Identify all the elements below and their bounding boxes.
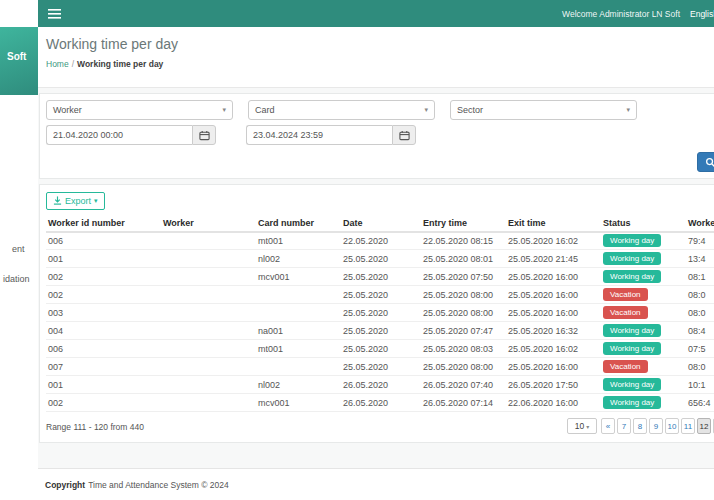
- table-row[interactable]: 006mt00122.05.202022.05.2020 08:1525.05.…: [46, 232, 714, 250]
- table-body: 006mt00122.05.202022.05.2020 08:1525.05.…: [46, 232, 714, 412]
- cell-entry-time: 25.05.2020 08:01: [421, 250, 506, 268]
- pagination-page-11[interactable]: 11: [681, 418, 695, 434]
- status-badge: Working day: [603, 396, 661, 409]
- worker-select-value: Worker: [53, 105, 82, 115]
- cell-worker-id: 002: [46, 268, 161, 286]
- cell-status: Working day: [601, 232, 686, 250]
- status-badge: Working day: [603, 342, 661, 355]
- cell-exit-time: 26.05.2020 17:50: [506, 376, 601, 394]
- column-header: Worked hours: [686, 215, 714, 232]
- cell-entry-time: 25.05.2020 08:00: [421, 358, 506, 376]
- cell-worked-hours: 08:0: [686, 304, 714, 322]
- cell-date: 26.05.2020: [341, 394, 421, 412]
- cell-worker: [161, 376, 256, 394]
- date-to-input[interactable]: [246, 125, 392, 145]
- worker-select[interactable]: Worker ▾: [46, 100, 233, 120]
- table-row[interactable]: 001nl00225.05.202025.05.2020 08:0125.05.…: [46, 250, 714, 268]
- table-row[interactable]: 00725.05.202025.05.2020 08:0025.05.2020 …: [46, 358, 714, 376]
- working-time-table: Worker id numberWorkerCard numberDateEnt…: [46, 215, 714, 413]
- breadcrumb-home-link[interactable]: Home: [46, 59, 69, 69]
- page-size-select[interactable]: 10 ▾: [567, 418, 597, 434]
- filter-dates-row: [46, 125, 714, 145]
- content-area: Worker ▾ Card ▾ Sector ▾: [38, 88, 714, 468]
- cell-date: 22.05.2020: [341, 232, 421, 250]
- cell-worked-hours: 07:5: [686, 340, 714, 358]
- sidebar: Soft entidation: [0, 0, 38, 500]
- table-row[interactable]: 002mcv00126.05.202026.05.2020 07:1422.06…: [46, 394, 714, 412]
- column-header: Date: [341, 215, 421, 232]
- copyright-text: Time and Attendance System © 2024: [88, 480, 229, 490]
- status-badge: Working day: [603, 234, 661, 247]
- cell-date: 25.05.2020: [341, 268, 421, 286]
- cell-date: 25.05.2020: [341, 304, 421, 322]
- sector-select[interactable]: Sector ▾: [450, 100, 637, 120]
- cell-entry-time: 25.05.2020 07:47: [421, 322, 506, 340]
- calendar-icon[interactable]: [192, 125, 216, 145]
- cell-worker: [161, 268, 256, 286]
- cell-worked-hours: 656:4: [686, 394, 714, 412]
- cell-status: Vacation: [601, 304, 686, 322]
- table-row[interactable]: 004na00125.05.202025.05.2020 07:4725.05.…: [46, 322, 714, 340]
- table-row[interactable]: 001nl00226.05.202026.05.2020 07:4026.05.…: [46, 376, 714, 394]
- pagination-page-12[interactable]: 12: [697, 418, 711, 434]
- cell-exit-time: 25.05.2020 16:02: [506, 232, 601, 250]
- main-column: Welcome Administrator LN Soft English Wo…: [38, 0, 714, 500]
- cell-worker-id: 007: [46, 358, 161, 376]
- top-navbar: Welcome Administrator LN Soft English: [38, 0, 714, 27]
- cell-worked-hours: 79:4: [686, 232, 714, 250]
- pagination-page-9[interactable]: 9: [649, 418, 663, 434]
- cell-worker-id: 002: [46, 286, 161, 304]
- cell-date: 25.05.2020: [341, 322, 421, 340]
- export-button[interactable]: Export ▾: [46, 192, 105, 210]
- cell-card-number: na001: [256, 322, 341, 340]
- welcome-text: Welcome Administrator LN Soft: [562, 9, 680, 19]
- table-row[interactable]: 002mcv00125.05.202025.05.2020 07:5025.05…: [46, 268, 714, 286]
- chevron-down-icon: ▾: [626, 106, 630, 114]
- column-header: Status: [601, 215, 686, 232]
- search-icon: [705, 157, 714, 168]
- sidebar-item[interactable]: ent: [12, 244, 25, 254]
- cell-exit-time: 25.05.2020 16:00: [506, 286, 601, 304]
- status-badge: Vacation: [603, 306, 648, 319]
- date-from-input[interactable]: [46, 125, 192, 145]
- pagination-first-button[interactable]: «: [601, 418, 615, 434]
- cell-entry-time: 25.05.2020 08:00: [421, 304, 506, 322]
- pagination-page-10[interactable]: 10: [665, 418, 679, 434]
- page-footer: Copyright Time and Attendance System © 2…: [38, 468, 714, 500]
- calendar-icon[interactable]: [392, 125, 416, 145]
- pagination-page-8[interactable]: 8: [633, 418, 647, 434]
- date-from-group: [46, 125, 216, 145]
- column-header: Card number: [256, 215, 341, 232]
- column-header: Worker: [161, 215, 256, 232]
- cell-entry-time: 26.05.2020 07:40: [421, 376, 506, 394]
- breadcrumb-separator: /: [72, 59, 74, 69]
- cell-status: Working day: [601, 268, 686, 286]
- table-row[interactable]: 00325.05.202025.05.2020 08:0025.05.2020 …: [46, 304, 714, 322]
- sidebar-item[interactable]: idation: [3, 274, 30, 284]
- cell-entry-time: 22.05.2020 08:15: [421, 232, 506, 250]
- table-row[interactable]: 00225.05.202025.05.2020 08:0025.05.2020 …: [46, 286, 714, 304]
- chevron-down-icon: ▾: [222, 106, 226, 114]
- menu-toggle-icon[interactable]: [48, 9, 61, 19]
- cell-worker-id: 001: [46, 250, 161, 268]
- status-badge: Working day: [603, 378, 661, 391]
- status-badge: Working day: [603, 324, 661, 337]
- cell-card-number: mcv001: [256, 268, 341, 286]
- cell-exit-time: 25.05.2020 16:00: [506, 268, 601, 286]
- table-row[interactable]: 006mt00125.05.202025.05.2020 08:0325.05.…: [46, 340, 714, 358]
- cell-exit-time: 25.05.2020 16:32: [506, 322, 601, 340]
- download-icon: [53, 196, 62, 205]
- cell-date: 25.05.2020: [341, 250, 421, 268]
- page-size-value: 10: [575, 421, 584, 431]
- cell-date: 25.05.2020: [341, 340, 421, 358]
- breadcrumb-current: Working time per day: [77, 59, 163, 69]
- pagination-pages: «78910111213: [601, 418, 714, 434]
- cell-status: Working day: [601, 376, 686, 394]
- chevron-down-icon: ▾: [424, 106, 428, 114]
- search-button[interactable]: Search: [697, 152, 714, 172]
- cell-card-number: nl002: [256, 250, 341, 268]
- cell-entry-time: 25.05.2020 08:03: [421, 340, 506, 358]
- card-select[interactable]: Card ▾: [248, 100, 435, 120]
- pagination-page-7[interactable]: 7: [617, 418, 631, 434]
- language-selector[interactable]: English: [690, 9, 714, 19]
